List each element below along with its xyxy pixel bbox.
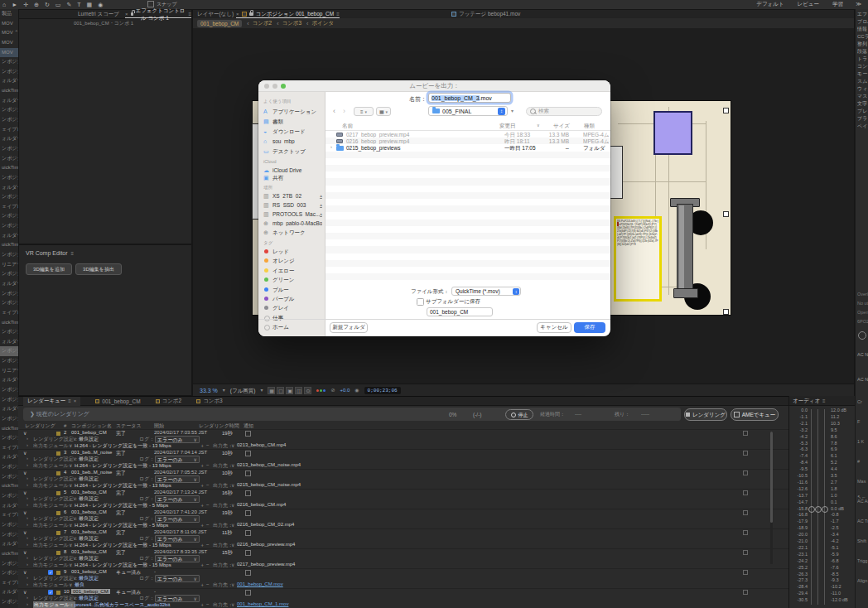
breadcrumb-current[interactable]: 001_bebop_CM (197, 20, 242, 27)
label-color-chip[interactable] (56, 432, 60, 436)
puppet-tool-icon[interactable]: ◉ (98, 2, 103, 8)
sidebar-item-location-3[interactable]: ⊕mbp_pablo-0-MacBo... (258, 220, 326, 228)
chevron-down-icon[interactable]: ∨ (231, 601, 234, 607)
project-item[interactable]: ォルダー (0, 337, 18, 347)
subfolder-name-field[interactable]: 001_bebop_CM (427, 307, 493, 316)
project-item[interactable]: ンポジシ (0, 298, 18, 308)
output-file-link[interactable]: 0213_bebop_CM_noise.mp4 (237, 462, 301, 467)
sidebar-item-desktop[interactable]: ▭デスクトップ (258, 147, 326, 156)
new-folder-button[interactable]: 新規フォルダ (330, 322, 368, 333)
sidebar-item-tag-8[interactable]: ホーム (258, 323, 326, 331)
chevron-down-icon[interactable]: ∨ (73, 515, 76, 521)
workspace-tab-0[interactable]: デフォルト (756, 1, 784, 8)
docked-panel-tab[interactable]: 文字 (857, 100, 868, 108)
sidebar-item-applications[interactable]: Aアプリケーション (258, 108, 326, 116)
project-item[interactable]: uickTim (0, 549, 18, 559)
sidebar-item-documents[interactable]: ▤書類 (258, 118, 326, 126)
sidebar-item-tag-1[interactable]: オレンジ (258, 257, 326, 265)
project-item[interactable]: ォルダー (0, 76, 18, 86)
disclosure-icon[interactable]: › (27, 442, 28, 447)
timecode-display[interactable]: 0;00;23;06 (364, 387, 401, 394)
grid-icon[interactable]: ▢ (277, 387, 284, 394)
disclosure-icon[interactable]: › (27, 535, 28, 540)
sidebar-item-tag-3[interactable]: グリーン (258, 276, 326, 284)
disclosure-icon[interactable]: › (27, 502, 28, 507)
minimize-window-button[interactable] (272, 84, 277, 89)
alpha-icon[interactable]: ⊘ (330, 387, 335, 393)
chevron-down-icon[interactable]: ∨ (69, 522, 72, 528)
render-button[interactable]: レンダリング (684, 408, 727, 421)
folder-dropdown-chevron[interactable]: ▾ (511, 108, 514, 113)
project-item[interactable]: ンポジシ (0, 144, 18, 154)
file-list-row[interactable]: ›0215_bebop_previews一昨日 17:05--フォルダ (326, 144, 610, 151)
chevron-down-icon[interactable]: ∨ (73, 575, 76, 581)
sidebar-item-home[interactable]: ⌂sou_mbp (258, 138, 326, 146)
channel-rgb-icon[interactable] (316, 389, 326, 392)
twirl-icon[interactable]: ∨ (23, 569, 27, 575)
project-item[interactable]: ンポジシ (0, 289, 18, 299)
project-item[interactable]: ンポジシ (0, 211, 18, 221)
selection-tool-icon[interactable]: ► (12, 2, 17, 7)
project-item[interactable]: ォルダー (0, 134, 18, 144)
label-color-chip[interactable] (56, 551, 60, 555)
sidebar-item-tag-4[interactable]: ブルー (258, 286, 326, 294)
remove-output-icon[interactable]: − (206, 482, 210, 487)
guides-icon[interactable]: ▣ (286, 387, 293, 394)
twirl-icon[interactable]: ∨ (23, 430, 27, 436)
selection-handle[interactable] (723, 211, 729, 217)
project-item[interactable]: ンポジシ (0, 520, 18, 530)
col-render[interactable]: レンダリング (25, 422, 55, 429)
project-item[interactable]: ンポジシ (0, 433, 18, 443)
pen-tool-icon[interactable]: ✎ (66, 2, 71, 8)
rulers-icon[interactable]: ◫ (295, 387, 302, 394)
project-item[interactable]: ンポジシ (0, 269, 18, 279)
chevron-down-icon[interactable]: ∨ (73, 495, 76, 501)
disclosure-icon[interactable]: › (27, 495, 28, 500)
project-item[interactable]: ンポジシ (0, 173, 18, 183)
project-item[interactable]: ンポジシ (0, 597, 18, 607)
label-color-chip[interactable] (56, 531, 60, 535)
disclosure-icon[interactable]: › (330, 144, 332, 149)
disclosure-icon[interactable]: › (27, 542, 28, 547)
docked-panel-tab[interactable]: コンテ (857, 63, 868, 70)
project-item[interactable]: ォルダー (0, 539, 18, 549)
chevron-down-icon[interactable]: ∨ (73, 456, 76, 461)
tab-footage[interactable]: フッテージ bebop41.mov (451, 10, 520, 17)
output-to-label[interactable]: 出力先： (213, 601, 233, 608)
add-output-icon[interactable]: ＋ (200, 601, 205, 608)
project-item[interactable]: ンポジシ (0, 414, 18, 424)
spec-sheet-box[interactable]: ‖l‖.PaP2ZLbl‖:|.|'7.|"||(|Nd(..|'7b:|PaP… (614, 216, 662, 302)
docked-panel-tab[interactable]: 段落 (857, 48, 868, 55)
project-item[interactable]: uickTim (0, 318, 18, 328)
col-notify[interactable]: 通知 (244, 422, 253, 429)
item-comp-name[interactable]: 001_bebop_CM (71, 509, 107, 514)
output-module-value[interactable]: prores4..広色域カラースペース_audio32bit (75, 601, 170, 608)
chevron-down-icon[interactable]: ∨ (231, 581, 234, 587)
project-item[interactable]: ォルダー (0, 452, 18, 462)
chevron-down-icon[interactable]: ∨ (69, 482, 72, 488)
sidebar-item-location-0[interactable]: ▥XS_2TB_02▴ (258, 192, 326, 200)
project-item[interactable]: ンポジシ (0, 491, 18, 501)
project-item[interactable]: MOV (0, 38, 18, 48)
exposure-value[interactable]: +0.0 (340, 388, 350, 393)
workspace-tab-1[interactable]: レビュー (798, 1, 819, 8)
project-item[interactable]: ンポジシ (0, 530, 18, 540)
project-item[interactable]: ォルダー (0, 231, 18, 241)
docked-panel-tab[interactable]: エフェ (857, 11, 868, 18)
project-item[interactable]: ォルダー (0, 501, 18, 511)
project-item[interactable]: ンポジシ (0, 221, 18, 231)
project-item[interactable]: uickTim (0, 240, 18, 250)
remove-output-icon[interactable]: − (206, 581, 210, 586)
twirl-icon[interactable]: ∨ (23, 450, 27, 456)
output-file-link[interactable]: 001_bebop_CM_1.mov (237, 601, 288, 606)
sidebar-item-downloads[interactable]: ◒ダウンロード (258, 128, 326, 136)
column-size[interactable]: サイズ (540, 122, 570, 129)
project-item[interactable]: ェイプレ (0, 125, 18, 135)
docked-panel-tab[interactable]: ブラシ (857, 115, 868, 123)
selection-handle[interactable] (723, 108, 729, 113)
disclosure-icon[interactable]: › (27, 482, 28, 487)
project-item[interactable]: ォルダー (0, 587, 18, 597)
add-3d-edit-button[interactable]: 3D編集を追加 (26, 263, 72, 275)
zoom-tool-icon[interactable]: ⊕ (34, 2, 39, 8)
col-started[interactable]: 開始 (154, 422, 164, 429)
